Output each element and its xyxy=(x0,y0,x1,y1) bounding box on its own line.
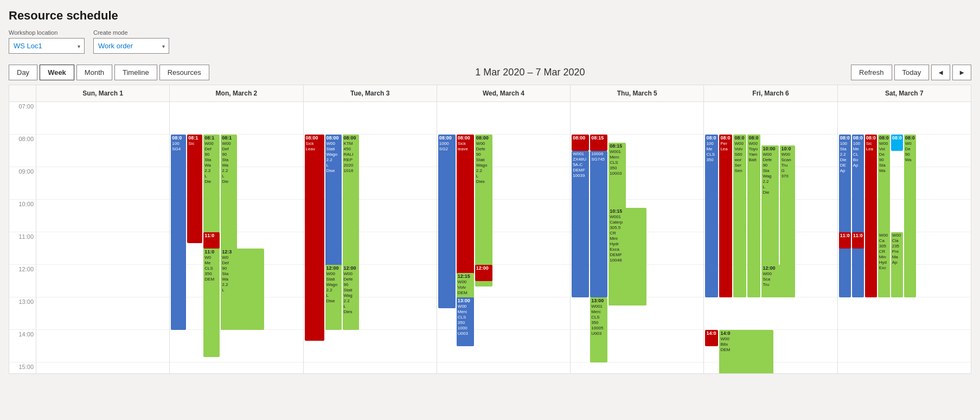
tue-event-3[interactable]: 08:00 KTM450RALIREP20201016 xyxy=(343,135,359,276)
create-mode-select[interactable]: Work order xyxy=(93,38,169,54)
sat-event-3[interactable]: 08:0 SicLea xyxy=(865,135,877,297)
thu-event-7[interactable]: 13:00 W001MercCLS35010005U003 xyxy=(590,297,607,362)
sat-event-2[interactable]: 08:0 100MeCLBoAp xyxy=(852,135,864,297)
workshop-location-select[interactable]: WS Loc1 xyxy=(9,38,85,54)
header-fri: Fri, March 6 xyxy=(704,85,837,101)
tue-event-4[interactable]: 12:00 W00StatiWago2.2LDise xyxy=(325,265,342,330)
ts-15: 15:00 xyxy=(9,362,36,373)
ts-11: 11:00 xyxy=(9,232,36,265)
sun-slot-12 xyxy=(36,265,169,297)
ts-07: 07:00 xyxy=(9,102,36,135)
fri-event-8[interactable]: 14:0 xyxy=(705,330,718,346)
day-saturday: 08:0 100Sta2.2DieDEAp 08:0 100MeCLBoAp 0… xyxy=(838,102,971,373)
prev-button[interactable]: ◄ xyxy=(931,65,950,80)
resources-button[interactable]: Resources xyxy=(159,65,209,80)
wed-slot-08: 08:00 1000SG2 08:00 Sickleave 08:00 W00D… xyxy=(437,135,570,167)
sat-event-1[interactable]: 08:0 100Sta2.2DieDEAp xyxy=(839,135,851,297)
sun-slot-08 xyxy=(36,135,169,167)
sat-event-8[interactable]: 11:0 xyxy=(852,232,864,249)
sat-slot-13 xyxy=(838,297,971,330)
mon-event-6[interactable]: 12:3 W0Def90StaWa2.2L xyxy=(221,249,264,330)
wed-event-5[interactable]: 12:00 xyxy=(475,265,492,281)
ts-14: 14:00 xyxy=(9,330,36,362)
sun-slot-10 xyxy=(36,200,169,232)
thu-event-6[interactable]: 10:15 W001Caterp305.5CRMiniHydrExcaDEMF1… xyxy=(609,208,646,306)
mon-event-5[interactable]: 11:0 xyxy=(203,232,220,249)
header-sat: Sat, March 7 xyxy=(838,85,971,101)
mon-event-2[interactable]: 08:1 Sic xyxy=(187,135,202,243)
time-header-cell xyxy=(9,85,36,101)
tue-slot-07 xyxy=(304,102,437,135)
create-mode-group: Create mode Work order ▾ xyxy=(93,29,169,54)
ts-13: 13:00 xyxy=(9,297,36,330)
thu-slot-07 xyxy=(571,102,703,135)
fri-slot-08: 08:0 100MeCLS350 08:0 PerLea 08:0 W00Vol… xyxy=(704,135,837,167)
sat-slot-07 xyxy=(838,102,971,135)
tue-event-5[interactable]: 12:00 W00Defe90StatiWag2.2LDies xyxy=(343,265,359,330)
month-button[interactable]: Month xyxy=(76,65,112,80)
tue-slot-08: 08:00 SickLeav 08:00 W00StatiWago2.2LDis… xyxy=(304,135,437,167)
wed-slot-15 xyxy=(437,362,570,373)
day-sunday xyxy=(36,102,170,373)
wed-event-1[interactable]: 08:00 1000SG2 xyxy=(438,135,456,308)
tue-event-1[interactable]: 08:00 SickLeav xyxy=(305,135,324,341)
sat-event-7[interactable]: 11:0 xyxy=(839,232,851,249)
time-column: 07:00 08:00 09:00 10:00 11:00 12:00 13:0… xyxy=(9,102,36,373)
sun-slot-11 xyxy=(36,232,169,265)
workshop-location-select-wrapper[interactable]: WS Loc1 ▾ xyxy=(9,38,85,54)
wed-slot-07 xyxy=(437,102,570,135)
thu-event-1[interactable]: 08:00 xyxy=(572,135,589,151)
fri-event-3[interactable]: 08:0 W00VolvS60worSerSen xyxy=(733,135,746,297)
fri-event-4[interactable]: 08:0 W00ToyoYamBatt xyxy=(747,135,760,297)
thu-event-4[interactable]: 10006SG745 xyxy=(590,151,607,297)
fri-event-7[interactable]: 12:00 W00ScaTru xyxy=(761,265,795,297)
nav-toolbar: Refresh Today ◄ ► xyxy=(851,65,971,80)
mon-slot-08: 08:0 100SG4 08:1 Sic 08:1 W00Def90StaWa2… xyxy=(170,135,303,167)
sat-event-5[interactable]: 08:0 xyxy=(891,135,903,151)
next-button[interactable]: ► xyxy=(952,65,971,80)
wed-slot-13: 13:00 W00MercCLS3501000U003 xyxy=(437,297,570,330)
timeline-button[interactable]: Timeline xyxy=(114,65,157,80)
day-friday: 08:0 100MeCLS350 08:0 PerLea 08:0 W00Vol… xyxy=(704,102,837,373)
day-button[interactable]: Day xyxy=(9,65,37,80)
wed-event-6[interactable]: 13:00 W00MercCLS3501000U003 xyxy=(457,297,474,346)
fri-slot-14: 14:0 14:0 W00B8xDEM xyxy=(704,330,837,362)
mon-event-1[interactable]: 08:0 100SG4 xyxy=(171,135,186,330)
sun-slot-13 xyxy=(36,297,169,330)
sat-event-10[interactable]: W00Cla235PreMaAp xyxy=(891,232,903,297)
create-mode-select-wrapper[interactable]: Work order ▾ xyxy=(93,38,169,54)
fri-event-2[interactable]: 08:0 PerLea xyxy=(719,135,732,297)
week-button[interactable]: Week xyxy=(40,65,74,80)
thu-event-2[interactable]: W001ZX48U5A-CDEMF10039 xyxy=(572,151,589,297)
sat-event-6[interactable]: 08:0 W0De90Wa xyxy=(904,135,916,297)
mon-slot-15 xyxy=(170,362,303,373)
header-thu: Thu, March 5 xyxy=(571,85,704,101)
mon-event-7[interactable]: 11:0 W0MeCLS350DEM xyxy=(203,249,220,357)
sun-slot-14 xyxy=(36,330,169,362)
header-sun: Sun, March 1 xyxy=(36,85,170,101)
today-button[interactable]: Today xyxy=(894,65,930,80)
thu-slot-08: 08:00 W001ZX48U5A-CDEMF10039 08:15 10006… xyxy=(571,135,703,167)
mon-slot-14 xyxy=(170,330,303,362)
thu-event-3[interactable]: 08:15 xyxy=(590,135,607,151)
sat-event-9[interactable]: W00Ca305CRMinHydExc xyxy=(878,232,890,297)
ts-08: 08:00 xyxy=(9,135,36,167)
header-mon: Mon, March 2 xyxy=(170,85,303,101)
wed-event-3[interactable]: 08:00 W00Defe90StatiWago2.2LDies xyxy=(475,135,492,287)
controls-row: Workshop location WS Loc1 ▾ Create mode … xyxy=(9,29,971,54)
calendar-header-bar: Sun, March 1 Mon, March 2 Tue, March 3 W… xyxy=(9,85,971,102)
day-tuesday: 08:00 SickLeav 08:00 W00StatiWago2.2LDis… xyxy=(304,102,437,373)
thu-slot-15 xyxy=(571,362,703,373)
fri-event-1[interactable]: 08:0 100MeCLS350 xyxy=(705,135,718,297)
page-title: Resource schedule xyxy=(9,9,971,23)
day-monday: 08:0 100SG4 08:1 Sic 08:1 W00Def90StaWa2… xyxy=(170,102,303,373)
ts-09: 09:00 xyxy=(9,167,36,200)
fri-event-9[interactable]: 14:0 W00B8xDEM xyxy=(719,330,773,373)
date-range-label: 1 Mar 2020 – 7 Mar 2020 xyxy=(209,67,851,78)
create-mode-label: Create mode xyxy=(93,29,169,36)
refresh-button[interactable]: Refresh xyxy=(851,65,892,80)
sat-slot-15 xyxy=(838,362,971,373)
sun-slot-09 xyxy=(36,167,169,200)
tue-event-2[interactable]: 08:00 W00StatiWago2.2LDise xyxy=(325,135,342,276)
header-wed: Wed, March 4 xyxy=(437,85,571,101)
